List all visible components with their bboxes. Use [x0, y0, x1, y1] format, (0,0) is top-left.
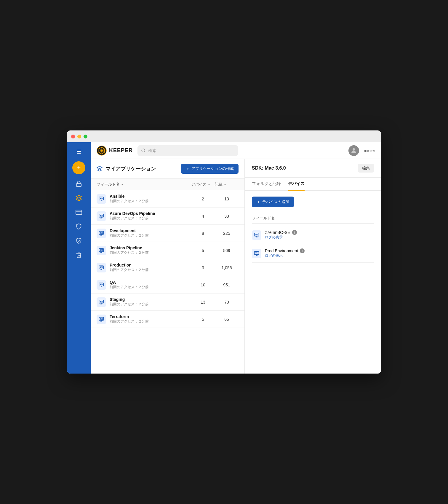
right-panel: SDK: Mac 3.6.0 編集 フォルダと記録 デバイス ＋ デバイスの追加…	[245, 159, 381, 374]
device-count: 3	[191, 265, 215, 270]
app-last-access: 前回のアクセス：２分前	[110, 319, 149, 324]
right-panel-header: SDK: Mac 3.6.0 編集	[245, 159, 381, 178]
main-content: KEEPER mister	[91, 142, 381, 374]
logo-icon	[97, 146, 107, 156]
app-last-access: 前回のアクセス：２分前	[110, 250, 149, 255]
tab-folders-records[interactable]: フォルダと記録	[252, 178, 281, 191]
table-row[interactable]: Terraform 前回のアクセス：２分前 5 65	[91, 311, 244, 328]
svg-point-42	[100, 318, 101, 319]
device-count: 4	[191, 214, 215, 218]
app-name: Development	[110, 228, 149, 233]
search-bar[interactable]	[137, 145, 238, 156]
device-item: Prod Environment i ログの表示	[252, 244, 374, 263]
app-details: Ansible 前回のアクセス：２分前	[110, 194, 149, 204]
panel-header: マイアプリケーション ＋ アプリケーションの作成	[91, 159, 244, 179]
search-input[interactable]	[148, 148, 235, 153]
title-bar	[67, 130, 381, 142]
user-name: mister	[364, 148, 375, 153]
app-info: Staging 前回のアクセス：２分前	[97, 297, 191, 307]
table-row[interactable]: QA 前回のアクセス：２分前 10 951	[91, 276, 244, 294]
svg-point-10	[353, 148, 355, 151]
device-item: z7eInnBO-SE i ログの表示	[252, 226, 374, 244]
menu-button[interactable]: ☰	[72, 145, 85, 158]
sort-chevron-records: ▾	[224, 183, 226, 186]
panel-title-text: マイアプリケーション	[105, 165, 156, 172]
minimize-button[interactable]	[77, 135, 81, 138]
table-row[interactable]: Azure DevOps Pipeline 前回のアクセス：２分前 4 33	[91, 208, 244, 225]
svg-point-8	[142, 149, 145, 152]
tab-devices[interactable]: デバイス	[288, 178, 305, 191]
app-name: Production	[110, 263, 149, 267]
sidebar-item-layers[interactable]	[72, 192, 85, 205]
logo-text: KEEPER	[109, 147, 133, 154]
table-row[interactable]: Staging 前回のアクセス：２分前 13 70	[91, 294, 244, 311]
app-info: QA 前回のアクセス：２分前	[97, 280, 191, 290]
info-icon[interactable]: i	[300, 248, 305, 253]
device-list: z7eInnBO-SE i ログの表示 Prod Environment i ロ…	[252, 226, 374, 263]
app-details: Production 前回のアクセス：２分前	[110, 263, 149, 272]
svg-line-9	[144, 151, 145, 152]
app-icon	[97, 263, 106, 272]
record-count: 33	[215, 214, 239, 218]
svg-point-34	[100, 284, 101, 285]
top-bar: KEEPER mister	[91, 142, 381, 159]
plus-icon: ＋	[186, 166, 190, 171]
svg-rect-2	[76, 210, 82, 215]
svg-point-26	[100, 250, 101, 250]
device-name: Prod Environment i	[265, 248, 305, 253]
fullscreen-button[interactable]	[84, 135, 87, 138]
sidebar-item-trash[interactable]	[72, 248, 85, 261]
svg-point-14	[100, 198, 101, 199]
add-button[interactable]: +	[72, 161, 85, 174]
app-info: Terraform 前回のアクセス：２分前	[97, 314, 191, 324]
device-count: 13	[191, 300, 215, 304]
sidebar: ☰ +	[67, 142, 91, 374]
app-details: Staging 前回のアクセス：２分前	[110, 297, 149, 307]
app-name: Terraform	[110, 314, 149, 319]
record-count: 951	[215, 283, 239, 287]
device-icon	[252, 249, 261, 258]
col-devices[interactable]: デバイス ▾	[191, 182, 215, 187]
create-app-button[interactable]: ＋ アプリケーションの作成	[181, 164, 239, 174]
app-name: Azure DevOps Pipeline	[110, 211, 155, 216]
app-info: Production 前回のアクセス：２分前	[97, 263, 191, 272]
table-row[interactable]: Development 前回のアクセス：２分前 8 225	[91, 225, 244, 242]
device-count: 10	[191, 283, 215, 287]
record-count: 13	[215, 197, 239, 201]
device-log-link[interactable]: ログの表示	[265, 235, 297, 240]
record-count: 65	[215, 317, 239, 322]
app-details: Terraform 前回のアクセス：２分前	[110, 314, 149, 324]
record-count: 569	[215, 248, 239, 253]
add-device-button[interactable]: ＋ デバイスの追加	[252, 197, 294, 207]
sidebar-item-shield[interactable]	[72, 220, 85, 233]
close-button[interactable]	[71, 135, 75, 138]
record-count: 225	[215, 231, 239, 236]
app-last-access: 前回のアクセス：２分前	[110, 199, 149, 204]
device-log-link[interactable]: ログの表示	[265, 253, 305, 258]
table-row[interactable]: Production 前回のアクセス：２分前 3 1,056	[91, 259, 244, 276]
col-field-name[interactable]: フィールド名 ▾	[97, 182, 191, 187]
tabs: フォルダと記録 デバイス	[245, 178, 381, 191]
sidebar-item-lock[interactable]	[72, 177, 85, 190]
search-icon	[141, 148, 146, 153]
logo: KEEPER	[97, 146, 133, 156]
info-icon[interactable]: i	[292, 230, 297, 235]
sidebar-item-card[interactable]	[72, 206, 85, 219]
svg-point-30	[100, 267, 101, 267]
app-icon	[97, 297, 106, 307]
edit-button[interactable]: 編集	[358, 164, 374, 173]
col-records[interactable]: 記録 ▾	[215, 182, 239, 187]
panel-title-icon	[97, 166, 103, 172]
svg-marker-11	[97, 166, 102, 169]
app-details: Jenkins Pipeline 前回のアクセス：２分前	[110, 245, 149, 255]
app-details: QA 前回のアクセス：２分前	[110, 280, 149, 290]
table-row[interactable]: Ansible 前回のアクセス：２分前 2 13	[91, 190, 244, 208]
svg-point-18	[100, 215, 101, 216]
table-row[interactable]: Jenkins Pipeline 前回のアクセス：２分前 5 569	[91, 242, 244, 259]
device-info: Prod Environment i ログの表示	[265, 248, 305, 258]
sidebar-item-shield-check[interactable]	[72, 234, 85, 247]
app-info: Ansible 前回のアクセス：２分前	[97, 194, 191, 204]
device-icon	[252, 230, 261, 240]
svg-point-22	[100, 232, 101, 233]
svg-point-38	[100, 301, 101, 302]
